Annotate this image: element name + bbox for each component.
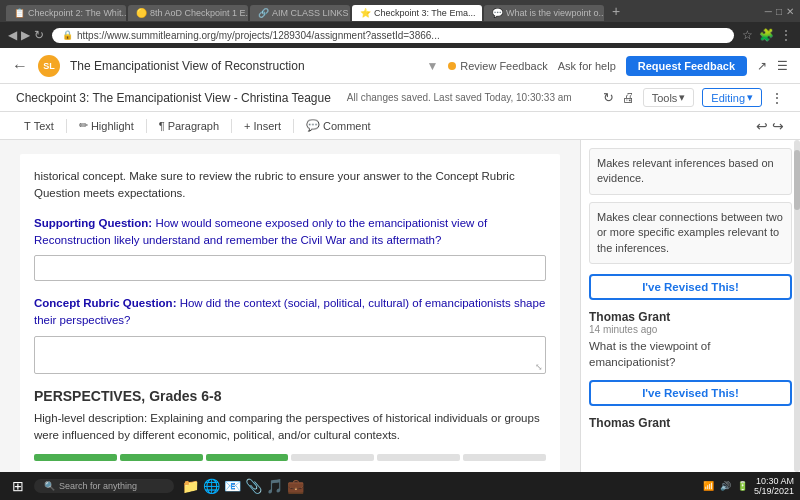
tab4-favicon: ⭐ [360, 8, 371, 18]
insert-icon: + [244, 120, 250, 132]
doc-actions: ↻ 🖨 Tools ▾ Editing ▾ ⋮ [603, 88, 784, 107]
editing-button[interactable]: Editing ▾ [702, 88, 762, 107]
undo-button[interactable]: ↩ [756, 118, 768, 134]
concept-rubric-input[interactable] [34, 336, 546, 374]
comment-button[interactable]: 💬 Comment [298, 117, 379, 134]
reload-button[interactable]: ↻ [34, 28, 44, 42]
editing-label: Editing [711, 92, 745, 104]
new-tab-button[interactable]: + [606, 1, 626, 21]
nav-actions: Review Feedback Ask for help Request Fee… [448, 56, 788, 76]
volume-icon: 🔊 [720, 481, 731, 491]
doc-save-status: All changes saved. Last saved Today, 10:… [347, 92, 572, 103]
taskbar-sys: 📶 🔊 🔋 10:30 AM 5/19/2021 [703, 476, 794, 496]
revised-button-1[interactable]: I've Revised This! [589, 274, 792, 300]
concept-rubric-prefix: Concept Rubric Question: [34, 297, 180, 309]
toolbar-separator-3 [231, 119, 232, 133]
taskbar-app-2[interactable]: 🌐 [203, 478, 220, 494]
main-container: historical concept. Make sure to review … [0, 140, 800, 472]
taskbar-app-6[interactable]: 💼 [287, 478, 304, 494]
address-bar[interactable]: 🔒 https://www.summitlearning.org/my/proj… [52, 28, 734, 43]
minimize-icon[interactable]: ─ [765, 6, 772, 17]
progress-segment-3 [206, 454, 289, 461]
ask-help-button[interactable]: Ask for help [558, 60, 616, 72]
supporting-question-input[interactable] [34, 255, 546, 281]
refresh-icon[interactable]: ↻ [603, 90, 614, 105]
browser-tabs: 📋 Checkpoint 2: The Whit... ✕ 🟡 8th AoD … [6, 1, 761, 21]
tools-button[interactable]: Tools ▾ [643, 88, 695, 107]
taskbar-app-5[interactable]: 🎵 [266, 478, 283, 494]
text-format-button[interactable]: T Text [16, 118, 62, 134]
back-nav-button[interactable]: ← [12, 57, 28, 75]
tab4-label: Checkpoint 3: The Ema... [374, 8, 475, 18]
external-link-icon[interactable]: ↗ [757, 59, 767, 73]
taskbar-clock: 10:30 AM 5/19/2021 [754, 476, 794, 496]
concept-rubric-block: Concept Rubric Question: How did the con… [34, 295, 546, 374]
clock-date: 5/19/2021 [754, 486, 794, 496]
menu-icon[interactable]: ⋮ [780, 28, 792, 42]
windows-start-icon[interactable]: ⊞ [6, 476, 30, 496]
tab1-favicon: 📋 [14, 8, 25, 18]
revised-button-2[interactable]: I've Revised This! [589, 380, 792, 406]
progress-segment-1 [34, 454, 117, 461]
highlight-icon: ✏ [79, 119, 88, 132]
text-format-label: Text [34, 120, 54, 132]
paragraph-icon: ¶ [159, 120, 165, 132]
extensions-icon[interactable]: 🧩 [759, 28, 774, 42]
tab5-label: What is the viewpoint o... [506, 8, 604, 18]
comment-icon: 💬 [306, 119, 320, 132]
resize-icon: ⤡ [535, 362, 543, 372]
editing-arrow-icon: ▾ [747, 91, 753, 104]
tab4-close[interactable]: ✕ [481, 8, 482, 18]
maximize-icon[interactable]: □ [776, 6, 782, 17]
tab5-favicon: 💬 [492, 8, 503, 18]
print-icon[interactable]: 🖨 [622, 90, 635, 105]
insert-label: Insert [253, 120, 281, 132]
request-feedback-button[interactable]: Request Feedback [626, 56, 747, 76]
nav-controls: ◀ ▶ ↻ [8, 28, 44, 42]
scrollbar-thumb[interactable] [794, 150, 800, 210]
search-icon: 🔍 [44, 481, 55, 491]
more-options-icon[interactable]: ⋮ [770, 90, 784, 106]
tab-checkpoint3[interactable]: ⭐ Checkpoint 3: The Ema... ✕ [352, 5, 482, 21]
undo-redo-group: ↩ ↪ [756, 118, 784, 134]
close-icon[interactable]: ✕ [786, 6, 794, 17]
comment-1-time: 14 minutes ago [589, 324, 792, 335]
lock-icon: 🔒 [62, 30, 73, 40]
redo-button[interactable]: ↪ [772, 118, 784, 134]
review-feedback-button[interactable]: Review Feedback [448, 60, 547, 72]
highlight-button[interactable]: ✏ Highlight [71, 117, 142, 134]
settings-icon[interactable]: ☰ [777, 59, 788, 73]
concept-rubric-text: Concept Rubric Question: How did the con… [34, 295, 546, 330]
highlight-label: Highlight [91, 120, 134, 132]
tools-arrow-icon: ▾ [679, 91, 685, 104]
tab-aod[interactable]: 🟡 8th AoD Checkpoint 1 E... ✕ [128, 5, 248, 21]
progress-segment-2 [120, 454, 203, 461]
toolbar-separator-4 [293, 119, 294, 133]
tab-viewpoint[interactable]: 💬 What is the viewpoint o... ✕ [484, 5, 604, 21]
paragraph-button[interactable]: ¶ Paragraph [151, 118, 227, 134]
supporting-question-prefix: Supporting Question: [34, 217, 155, 229]
tab-checkpoint2[interactable]: 📋 Checkpoint 2: The Whit... ✕ [6, 5, 126, 21]
editor-area: historical concept. Make sure to review … [0, 140, 580, 472]
inference-card-2: Makes clear connections between two or m… [589, 202, 792, 264]
taskbar-app-1[interactable]: 📁 [182, 478, 199, 494]
progress-segment-6 [463, 454, 546, 461]
toolbar-separator-1 [66, 119, 67, 133]
nav-dropdown-arrow[interactable]: ▼ [426, 59, 438, 73]
taskbar-app-4[interactable]: 📎 [245, 478, 262, 494]
taskbar-search-box[interactable]: 🔍 Search for anything [34, 479, 174, 493]
bookmark-icon[interactable]: ☆ [742, 28, 753, 42]
perspectives-desc: High-level description: Explaining and c… [34, 410, 546, 445]
wifi-icon: 📶 [703, 481, 714, 491]
progress-segment-5 [377, 454, 460, 461]
forward-button[interactable]: ▶ [21, 28, 30, 42]
back-button[interactable]: ◀ [8, 28, 17, 42]
insert-button[interactable]: + Insert [236, 118, 289, 134]
doc-titlebar: Checkpoint 3: The Emancipationist View -… [0, 84, 800, 112]
taskbar-app-3[interactable]: 📧 [224, 478, 241, 494]
tab-aim[interactable]: 🔗 AIM CLASS LINKS ✕ [250, 5, 350, 21]
doc-title: Checkpoint 3: The Emancipationist View -… [16, 91, 331, 105]
editor-content: historical concept. Make sure to review … [20, 154, 560, 472]
comment-label: Comment [323, 120, 371, 132]
nav-logo: SL [38, 55, 60, 77]
